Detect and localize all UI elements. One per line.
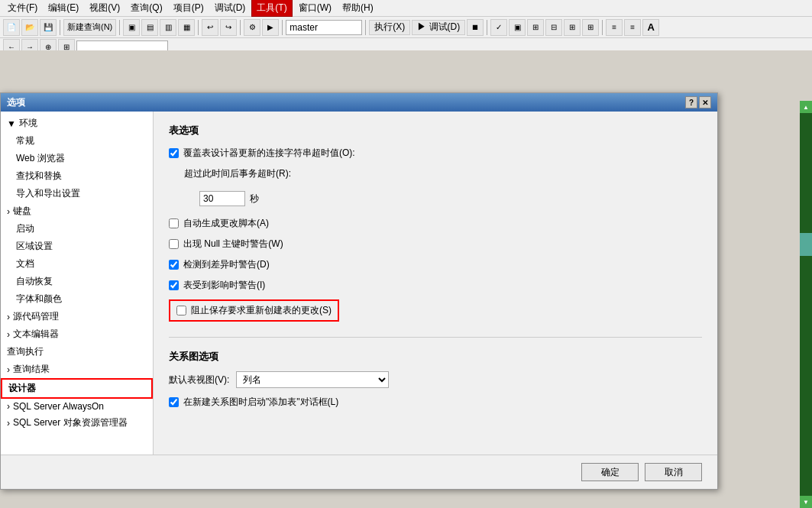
nav-objectmgr[interactable]: › SQL Server 对象资源管理器 [1, 414, 153, 432]
scroll-track[interactable] [800, 113, 812, 233]
nav-web[interactable]: Web 浏览器 [1, 150, 153, 167]
nav-region[interactable]: 区域设置 [1, 238, 153, 255]
right-scrollbar: ▲ ▼ [800, 101, 812, 508]
t10[interactable]: ⊞ [564, 19, 581, 36]
nav-keyboard[interactable]: › 键盘 [1, 202, 153, 220]
menu-tools[interactable]: 工具(T) [251, 0, 292, 17]
content-panel: 表选项 覆盖表设计器更新的连接字符串超时值(O): 超过此时间后事务超时(R):… [154, 112, 717, 455]
t5[interactable]: ⚙ [244, 19, 260, 36]
nav-panel: ▼ 环境 常规 Web 浏览器 查找和替换 导入和导出设置 › 键盘 [1, 112, 154, 455]
save-btn[interactable]: 💾 [40, 19, 57, 36]
dialog-help-btn[interactable]: ? [685, 96, 697, 108]
block-save-checkbox[interactable] [176, 306, 186, 315]
nav-import[interactable]: 导入和导出设置 [1, 185, 153, 202]
timeout-unit: 秒 [250, 193, 259, 205]
t11[interactable]: ⊞ [582, 19, 599, 36]
scroll-track-2[interactable] [800, 256, 812, 496]
nav-fonts[interactable]: 字体和颜色 [1, 290, 153, 308]
sep8 [602, 20, 603, 35]
nav-doc[interactable]: 文档 [1, 255, 153, 273]
stop-btn[interactable]: ⏹ [467, 19, 484, 36]
new-diagram-row: 在新建关系图时启动"添加表"对话框(L) [169, 396, 702, 409]
keyboard-expander: › [7, 206, 10, 217]
redo-btn[interactable]: ↪ [220, 19, 237, 36]
t6[interactable]: ✓ [490, 19, 507, 36]
debug-btn[interactable]: ▶ 调试(D) [412, 20, 465, 35]
t13[interactable]: ≡ [624, 19, 641, 36]
override-connection-row: 覆盖表设计器更新的连接字符串超时值(O): [169, 147, 702, 160]
cancel-button[interactable]: 取消 [645, 463, 702, 481]
relation-title: 关系图选项 [169, 350, 702, 364]
table-options-title: 表选项 [169, 124, 702, 138]
t2[interactable]: ▤ [141, 19, 158, 36]
env-label: 环境 [19, 117, 37, 130]
menu-debug[interactable]: 调试(D) [210, 0, 251, 16]
nav-designer[interactable]: 设计器 [1, 378, 153, 399]
ok-button[interactable]: 确定 [581, 463, 639, 481]
sep1 [60, 20, 60, 35]
menu-query[interactable]: 查询(Q) [126, 0, 167, 16]
run-btn[interactable]: ▶ [262, 19, 279, 36]
nav-queryresult[interactable]: › 查询结果 [1, 361, 153, 378]
undo-btn[interactable]: ↩ [202, 19, 218, 36]
open-btn[interactable]: 📂 [21, 19, 38, 36]
t12[interactable]: ≡ [606, 19, 623, 36]
menu-window[interactable]: 窗口(W) [294, 0, 336, 16]
autogen-checkbox[interactable] [169, 218, 179, 228]
nav-alwayson[interactable]: › SQL Server AlwaysOn [1, 399, 153, 414]
menu-file[interactable]: 文件(F) [3, 0, 42, 16]
timeout-label: 超过此时间后事务超时(R): [184, 167, 291, 180]
menu-project[interactable]: 项目(P) [169, 0, 209, 16]
dialog-titlebar: 选项 ? ✕ [1, 93, 717, 112]
nav-autorecover[interactable]: 自动恢复 [1, 273, 153, 290]
t8[interactable]: ⊞ [527, 19, 544, 36]
nav-env[interactable]: ▼ 环境 [1, 115, 153, 132]
override-connection-label: 覆盖表设计器更新的连接字符串超时值(O): [183, 147, 355, 160]
execute-btn[interactable]: 执行(X) [369, 20, 410, 35]
default-view-select[interactable]: 列名 [236, 371, 389, 388]
override-connection-checkbox[interactable] [169, 148, 179, 158]
new-diagram-label: 在新建关系图时启动"添加表"对话框(L) [183, 396, 338, 409]
nav-startup[interactable]: 启动 [1, 220, 153, 238]
t14[interactable]: A [642, 19, 659, 36]
timeout-row: 超过此时间后事务超时(R): [169, 167, 702, 180]
scroll-down[interactable]: ▼ [800, 496, 812, 508]
menu-bar: 文件(F) 编辑(E) 视图(V) 查询(Q) 项目(P) 调试(D) 工具(T… [0, 0, 812, 17]
t3[interactable]: ▥ [160, 19, 176, 36]
new-query-btn[interactable]: 📄 [3, 19, 20, 36]
dialog-title: 选项 [7, 96, 25, 109]
dialog-close-btn[interactable]: ✕ [699, 96, 711, 108]
nav-texteditor[interactable]: › 文本编辑器 [1, 325, 153, 343]
timeout-input[interactable] [199, 191, 245, 206]
diff-warning-row: 检测到差异时警告(D) [169, 258, 702, 271]
block-save-section: 阻止保存要求重新创建表的更改(S) [169, 299, 339, 322]
diff-warning-checkbox[interactable] [169, 260, 179, 270]
database-dropdown[interactable] [286, 20, 362, 35]
autogen-label: 自动生成更改脚本(A) [183, 217, 269, 230]
sep5 [282, 20, 283, 35]
new-query-2-btn[interactable]: 新建查询(N) [63, 19, 116, 36]
nav-queryexec[interactable]: 查询执行 [1, 343, 153, 361]
menu-help[interactable]: 帮助(H) [338, 0, 378, 16]
sep6 [365, 20, 366, 35]
table-warning-label: 表受到影响时警告(I) [183, 279, 265, 292]
nav-sourcemgr[interactable]: › 源代码管理 [1, 308, 153, 325]
relation-section: 关系图选项 默认表视图(V): 列名 在新建关系图时启动"添加表"对话框(L) [169, 350, 702, 409]
autogen-row: 自动生成更改脚本(A) [169, 217, 702, 230]
new-diagram-checkbox[interactable] [169, 397, 179, 407]
scroll-thumb[interactable] [800, 233, 812, 256]
null-warning-row: 出现 Null 主键时警告(W) [169, 238, 702, 251]
nav-general[interactable]: 常规 [1, 132, 153, 150]
dialog-footer: 确定 取消 [1, 455, 717, 489]
menu-edit[interactable]: 编辑(E) [44, 0, 83, 16]
t7[interactable]: ▣ [509, 19, 526, 36]
t4[interactable]: ▦ [178, 19, 195, 36]
null-warning-checkbox[interactable] [169, 239, 179, 249]
menu-view[interactable]: 视图(V) [85, 0, 125, 16]
t9[interactable]: ⊟ [545, 19, 562, 36]
t1[interactable]: ▣ [123, 19, 140, 36]
table-warning-row: 表受到影响时警告(I) [169, 279, 702, 292]
table-warning-checkbox[interactable] [169, 280, 179, 290]
scroll-up[interactable]: ▲ [800, 101, 812, 113]
nav-find[interactable]: 查找和替换 [1, 167, 153, 185]
